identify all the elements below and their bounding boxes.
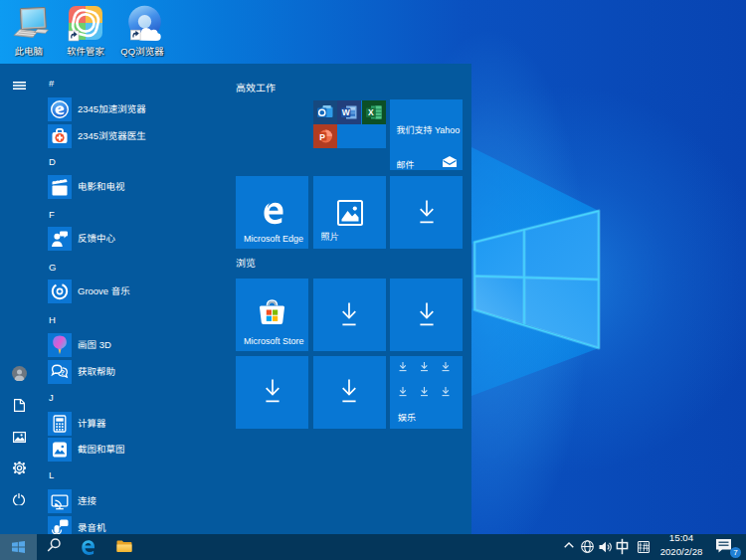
svg-text:W: W <box>342 107 351 117</box>
svg-text:?: ? <box>60 367 65 376</box>
svg-text:X: X <box>367 107 373 117</box>
svg-text:P: P <box>319 132 325 142</box>
